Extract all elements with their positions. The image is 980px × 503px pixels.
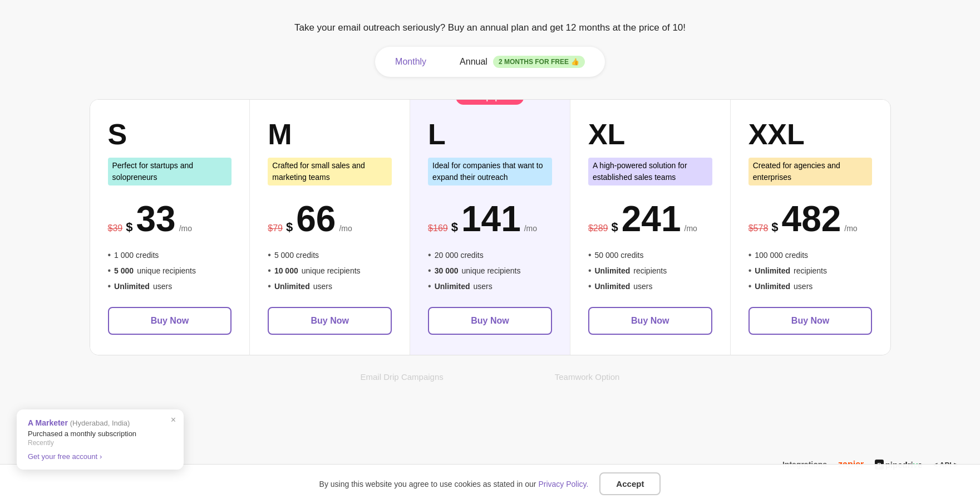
price-old: $39 bbox=[108, 223, 123, 233]
section-labels-row: Email Drip Campaigns Teamwork Option bbox=[0, 367, 980, 387]
features-list: 20 000 credits30 000 unique recipientsUn… bbox=[428, 250, 552, 291]
price-currency: $ bbox=[126, 221, 132, 233]
plan-desc: Ideal for companies that want to expand … bbox=[428, 158, 552, 185]
most-popular-badge: Most popular bbox=[456, 99, 524, 105]
plan-name: M bbox=[268, 120, 392, 149]
feature-item: 50 000 credits bbox=[588, 250, 712, 260]
annual-toggle[interactable]: Annual 2 MONTHS FOR FREE 👍 bbox=[444, 50, 600, 74]
headline: Take your email outreach seriously? Buy … bbox=[0, 22, 980, 33]
buy-button[interactable]: Buy Now bbox=[588, 307, 712, 335]
price-old: $169 bbox=[428, 223, 448, 233]
features-list: 1 000 credits5 000 unique recipientsUnli… bbox=[108, 250, 232, 291]
buy-button[interactable]: Buy Now bbox=[108, 307, 232, 335]
annual-label: Annual bbox=[460, 57, 487, 67]
price-amount: 482 bbox=[782, 201, 841, 237]
feature-item: Unlimited users bbox=[748, 281, 873, 291]
cookie-text: By using this website you agree to use c… bbox=[319, 480, 539, 489]
popup-action: Purchased a monthly subscription bbox=[28, 429, 173, 438]
features-list: 5 000 credits10 000 unique recipientsUnl… bbox=[268, 250, 392, 291]
plan-card-xl: XL A high-powered solution for establish… bbox=[570, 100, 731, 355]
plans-container: S Perfect for startups and solopreneurs … bbox=[90, 99, 891, 355]
plan-desc: Perfect for startups and solopreneurs bbox=[108, 158, 232, 185]
price-amount: 33 bbox=[136, 201, 175, 237]
feature-item: Unlimited users bbox=[108, 281, 232, 291]
feature-item: 100 000 credits bbox=[748, 250, 873, 260]
feature-item: Unlimited users bbox=[588, 281, 712, 291]
price-currency: $ bbox=[451, 221, 458, 233]
price-amount: 66 bbox=[296, 201, 336, 237]
price-period: /mo bbox=[524, 224, 537, 233]
plan-name: S bbox=[108, 120, 232, 149]
price-period: /mo bbox=[844, 224, 857, 233]
price-row: $289 $ 241 /mo bbox=[588, 201, 712, 237]
buy-button[interactable]: Buy Now bbox=[748, 307, 873, 335]
features-list: 100 000 creditsUnlimited recipientsUnlim… bbox=[748, 250, 873, 291]
cookie-bar: By using this website you agree to use c… bbox=[0, 464, 980, 503]
price-old: $578 bbox=[748, 223, 769, 233]
plan-name: XXL bbox=[748, 120, 873, 149]
popup-user-name: A Marketer bbox=[28, 418, 68, 427]
feature-item: Unlimited recipients bbox=[748, 266, 873, 276]
plan-desc: Created for agencies and enterprises bbox=[748, 158, 873, 185]
plan-card-l: Most popular L Ideal for companies that … bbox=[410, 100, 570, 355]
annual-badge: 2 MONTHS FOR FREE 👍 bbox=[493, 56, 585, 68]
price-amount: 141 bbox=[461, 201, 521, 237]
price-old: $289 bbox=[588, 223, 608, 233]
feature-item: 30 000 unique recipients bbox=[428, 266, 552, 276]
popup-free-account-link[interactable]: Get your free account › bbox=[28, 452, 173, 461]
feature-item: Unlimited users bbox=[268, 281, 392, 291]
billing-toggle: Monthly Annual 2 MONTHS FOR FREE 👍 bbox=[375, 47, 605, 77]
price-row: $79 $ 66 /mo bbox=[268, 201, 392, 237]
popup-user-location: (Hyderabad, India) bbox=[70, 419, 130, 427]
feature-item: 5 000 unique recipients bbox=[108, 266, 232, 276]
buy-button[interactable]: Buy Now bbox=[268, 307, 392, 335]
monthly-toggle[interactable]: Monthly bbox=[380, 51, 442, 72]
plans-section: S Perfect for startups and solopreneurs … bbox=[0, 88, 980, 367]
plan-card-s: S Perfect for startups and solopreneurs … bbox=[90, 100, 250, 355]
price-period: /mo bbox=[339, 224, 352, 233]
plan-name: L bbox=[428, 120, 552, 149]
popup-close-button[interactable]: × bbox=[171, 415, 176, 425]
price-old: $79 bbox=[268, 223, 283, 233]
feature-item: 1 000 credits bbox=[108, 250, 232, 260]
popup-card: × A Marketer (Hyderabad, India) Purchase… bbox=[17, 409, 184, 470]
price-row: $39 $ 33 /mo bbox=[108, 201, 232, 237]
plan-name: XL bbox=[588, 120, 712, 149]
price-currency: $ bbox=[286, 221, 293, 233]
price-period: /mo bbox=[684, 224, 697, 233]
plan-card-m: M Crafted for small sales and marketing … bbox=[250, 100, 410, 355]
plan-card-xxl: XXL Created for agencies and enterprises… bbox=[731, 100, 890, 355]
feature-item: Unlimited recipients bbox=[588, 266, 712, 276]
plan-desc: A high-powered solution for established … bbox=[588, 158, 712, 185]
page-wrapper: Take your email outreach seriously? Buy … bbox=[0, 0, 980, 503]
price-period: /mo bbox=[179, 224, 192, 233]
buy-button[interactable]: Buy Now bbox=[428, 307, 552, 335]
price-currency: $ bbox=[771, 221, 778, 233]
plan-desc: Crafted for small sales and marketing te… bbox=[268, 158, 392, 185]
top-section: Take your email outreach seriously? Buy … bbox=[0, 0, 980, 88]
privacy-policy-link[interactable]: Privacy Policy. bbox=[538, 480, 588, 489]
price-amount: 241 bbox=[622, 201, 681, 237]
feature-item: 5 000 credits bbox=[268, 250, 392, 260]
price-currency: $ bbox=[611, 221, 618, 233]
feature-item: Unlimited users bbox=[428, 281, 552, 291]
section-label-teamwork: Teamwork Option bbox=[555, 372, 620, 382]
accept-button[interactable]: Accept bbox=[599, 472, 661, 495]
plans-wrapper: S Perfect for startups and solopreneurs … bbox=[90, 100, 890, 355]
price-row: $578 $ 482 /mo bbox=[748, 201, 873, 237]
feature-item: 10 000 unique recipients bbox=[268, 266, 392, 276]
features-list: 50 000 creditsUnlimited recipientsUnlimi… bbox=[588, 250, 712, 291]
popup-user: A Marketer (Hyderabad, India) bbox=[28, 418, 173, 427]
price-row: $169 $ 141 /mo bbox=[428, 201, 552, 237]
popup-time: Recently bbox=[28, 439, 173, 447]
section-label-drip: Email Drip Campaigns bbox=[361, 372, 444, 382]
feature-item: 20 000 credits bbox=[428, 250, 552, 260]
